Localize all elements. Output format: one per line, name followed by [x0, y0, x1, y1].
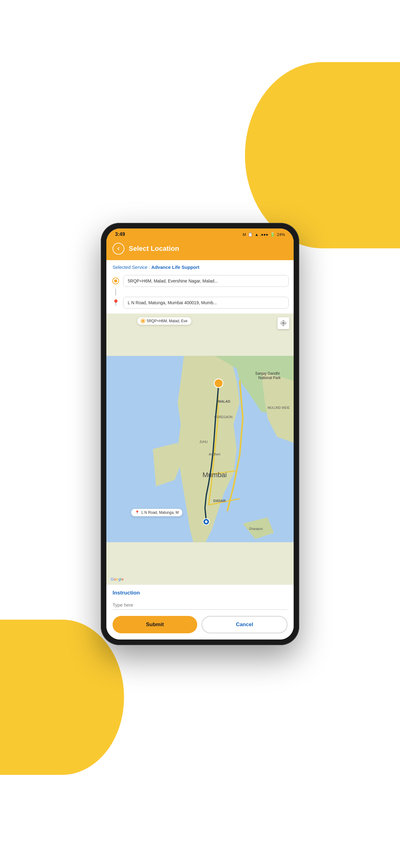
svg-text:JUHU: JUHU	[199, 440, 208, 444]
mail-icon: M	[242, 232, 246, 237]
svg-text:DADAR: DADAR	[213, 499, 226, 503]
chevron-left-icon	[116, 246, 121, 251]
clipboard-icon: 📋	[248, 232, 253, 237]
status-icons: M 📋 ▲ .●●● 🔋 24%	[242, 232, 285, 237]
status-time: 3:49	[115, 231, 125, 237]
svg-text:Andheri: Andheri	[209, 452, 221, 456]
submit-button[interactable]: Submit	[112, 616, 197, 633]
status-bar: 3:49 M 📋 ▲ .●●● 🔋 24%	[106, 228, 294, 239]
bottom-section: Instruction Submit Cancel	[106, 585, 294, 640]
service-name: Advance Life Support	[151, 265, 199, 270]
connector-row	[111, 289, 289, 296]
content-area: Selected Service : Advance Life Support	[106, 260, 294, 640]
svg-text:Mumbai: Mumbai	[202, 471, 227, 479]
instruction-input[interactable]	[112, 600, 288, 610]
bg-blob-bottom-left	[0, 620, 124, 775]
button-row: Submit Cancel	[112, 616, 288, 633]
svg-text:National Park: National Park	[258, 376, 281, 380]
destination-pin-icon: 📍	[112, 299, 120, 306]
header: Select Location	[106, 239, 294, 260]
cancel-button[interactable]: Cancel	[202, 616, 288, 633]
header-title: Select Location	[129, 245, 179, 253]
battery-percent: 24%	[277, 232, 285, 237]
instruction-label: Instruction	[112, 590, 288, 596]
battery-icon: 🔋	[270, 232, 275, 237]
map-container: Sanjay Gandhi National Park MALAD GOREGA…	[106, 314, 294, 585]
svg-text:Gharapuri: Gharapuri	[249, 527, 263, 531]
connector-line-icon	[115, 289, 116, 296]
phone-screen: 3:49 M 📋 ▲ .●●● 🔋 24% Select Location	[106, 228, 294, 640]
pickup-dot-icon	[112, 278, 119, 284]
back-button[interactable]	[112, 243, 124, 254]
service-label: Selected Service : Advance Life Support	[112, 265, 199, 270]
svg-text:MALAD: MALAD	[218, 400, 230, 403]
destination-input[interactable]	[123, 297, 289, 309]
svg-point-1	[214, 379, 223, 388]
destination-row: 📍	[111, 297, 289, 309]
bg-blob-top-right	[245, 62, 400, 248]
service-info: Selected Service : Advance Life Support	[106, 260, 294, 273]
page-wrapper: 3:49 M 📋 ▲ .●●● 🔋 24% Select Location	[0, 0, 400, 868]
pickup-input[interactable]	[123, 275, 289, 287]
svg-point-3	[205, 521, 207, 523]
pickup-icon-col	[111, 278, 120, 284]
phone-frame: 3:49 M 📋 ▲ .●●● 🔋 24% Select Location	[101, 223, 299, 645]
signal-icon: ▲ .●●●	[255, 232, 268, 237]
map-svg: Sanjay Gandhi National Park MALAD GOREGA…	[106, 314, 294, 585]
svg-text:MULUND WEIE: MULUND WEIE	[268, 406, 290, 409]
destination-icon-col: 📍	[111, 299, 120, 306]
pickup-row	[111, 275, 289, 287]
location-inputs: 📍	[106, 273, 294, 314]
svg-text:GOREGAON: GOREGAON	[214, 415, 233, 419]
svg-text:Sanjay Gandhi: Sanjay Gandhi	[255, 371, 280, 376]
